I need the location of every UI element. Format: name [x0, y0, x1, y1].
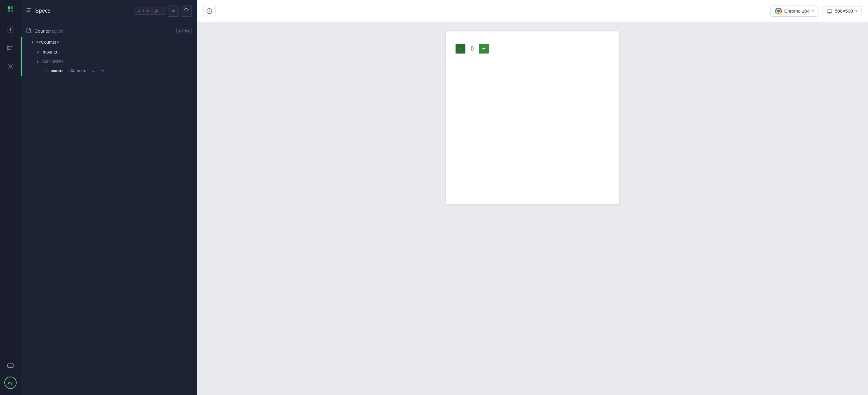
sidebar-item-list[interactable] [4, 42, 17, 54]
specs-list-icon [26, 7, 32, 15]
browser-name: Chrome 104 [784, 8, 810, 13]
counter-value: 0 [469, 45, 475, 52]
test-body-row[interactable]: ▾ TEST BODY [22, 57, 197, 66]
specs-title: Specs [26, 7, 51, 15]
fail-count: -- [151, 9, 153, 13]
file-name: Counter.cy.jsx [34, 28, 63, 34]
preview-frame: - 0 + [446, 31, 619, 204]
pass-count: 1 [143, 9, 145, 13]
file-item-left: Counter.cy.jsx [26, 28, 63, 34]
specs-label: Specs [35, 8, 51, 14]
file-time: 82ms [176, 28, 192, 34]
svg-point-8 [7, 46, 8, 47]
body-chevron-icon: ▾ [37, 59, 38, 64]
pending-count: ... [159, 9, 162, 13]
code-text: mount <Counter ... /> [52, 69, 104, 73]
viewport-select[interactable]: 500×500 ▾ [822, 6, 862, 16]
svg-rect-22 [827, 9, 832, 12]
test-row[interactable]: ✓ mounts [22, 47, 197, 57]
fail-x-icon: ✕ [146, 9, 149, 13]
right-header-left [203, 5, 215, 17]
right-header-right: Chrome 104 ▾ 500×500 ▾ [770, 5, 862, 17]
cypress-logo[interactable]: cy [4, 376, 17, 389]
browser-select[interactable]: Chrome 104 ▾ [770, 5, 819, 17]
dropdown-button[interactable] [168, 5, 179, 17]
svg-rect-1 [10, 6, 13, 9]
file-item-counter[interactable]: Counter.cy.jsx 82ms [21, 25, 197, 37]
svg-rect-0 [7, 6, 10, 9]
suite-row[interactable]: ▾ <<Counter> [22, 37, 197, 47]
chrome-logo-icon [775, 8, 782, 14]
status-badge[interactable]: ✓ 1 ✕ -- ◎ ... [134, 7, 166, 15]
file-doc-icon [26, 28, 31, 34]
icon-sidebar: cy [0, 0, 21, 395]
pending-icon: ◎ [155, 9, 158, 13]
pass-check-icon: ✓ [138, 9, 141, 13]
app-logo-icon[interactable] [4, 3, 17, 15]
svg-point-9 [7, 48, 8, 48]
toolbar-right: ✓ 1 ✕ -- ◎ ... [134, 5, 192, 17]
viewport-size: 500×500 [835, 8, 853, 13]
left-header: Specs ✓ 1 ✕ -- ◎ ... [21, 0, 197, 22]
refresh-button[interactable] [181, 5, 192, 17]
right-header: Chrome 104 ▾ 500×500 ▾ [197, 0, 868, 22]
increment-button[interactable]: + [479, 44, 489, 54]
test-pass-icon: ✓ [37, 50, 40, 55]
keyboard-shortcut-icon[interactable] [4, 359, 17, 372]
icon-bar-bottom: cy [4, 359, 17, 392]
right-panel: Chrome 104 ▾ 500×500 ▾ - 0 + [197, 0, 868, 395]
svg-point-21 [209, 11, 210, 11]
left-panel: Specs ✓ 1 ✕ -- ◎ ... [21, 0, 197, 395]
svg-rect-3 [10, 9, 13, 12]
sidebar-item-settings[interactable] [4, 60, 17, 73]
svg-point-10 [7, 49, 8, 50]
icon-bar-top [4, 3, 17, 359]
test-tree: ▾ <<Counter> ✓ mounts ▾ TEST BODY 1 moun… [21, 37, 197, 76]
line-number: 1 [41, 69, 48, 73]
test-label: mounts [43, 50, 57, 55]
sidebar-item-run[interactable] [4, 23, 17, 36]
suite-label: <<Counter> [36, 40, 59, 44]
file-list: Counter.cy.jsx 82ms ▾ <<Counter> ✓ mount… [21, 22, 197, 78]
code-line-row[interactable]: 1 mount <Counter ... /> [22, 66, 197, 76]
svg-rect-2 [7, 9, 10, 12]
browser-dropdown-icon: ▾ [812, 9, 814, 13]
body-label: TEST BODY [41, 59, 64, 64]
viewport-dropdown-icon: ▾ [856, 9, 857, 13]
crosshair-button[interactable] [203, 5, 215, 17]
preview-area: - 0 + [197, 22, 868, 395]
suite-chevron-icon: ▾ [32, 40, 34, 44]
svg-point-11 [9, 66, 11, 67]
viewport-icon [827, 8, 832, 14]
counter-component: - 0 + [456, 44, 610, 54]
decrement-button[interactable]: - [456, 44, 465, 54]
svg-rect-12 [7, 364, 13, 368]
